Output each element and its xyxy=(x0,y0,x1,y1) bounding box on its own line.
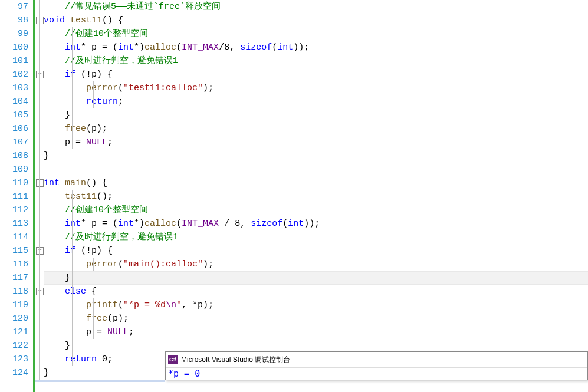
line-number-gutter[interactable]: 9798991001011021031041051061071081091101… xyxy=(0,0,33,392)
line-number[interactable]: 114 xyxy=(0,230,28,244)
console-output[interactable]: *p = 0 xyxy=(166,368,587,380)
code-line[interactable]: if (!p) { xyxy=(44,244,588,258)
code-line[interactable]: printf("*p = %d\n", *p); xyxy=(44,298,588,312)
token: int xyxy=(288,219,304,229)
code-line[interactable]: p = NULL; xyxy=(44,325,588,339)
token xyxy=(44,259,86,269)
token: "main():calloc" xyxy=(123,259,203,269)
line-number[interactable]: 111 xyxy=(0,190,28,203)
token: sizeof xyxy=(240,42,272,52)
code-line[interactable]: } xyxy=(44,149,588,163)
token: //及时进行判空，避免错误1 xyxy=(65,56,178,66)
token: ( xyxy=(118,300,123,310)
code-line[interactable]: perror("test11:calloc"); xyxy=(44,81,588,95)
code-line[interactable]: //创建10个整型空间 xyxy=(44,203,588,217)
token: ; xyxy=(129,327,134,337)
token: } xyxy=(44,273,70,283)
token xyxy=(44,124,65,134)
line-number[interactable]: 113 xyxy=(0,217,28,230)
line-number[interactable]: 100 xyxy=(0,41,28,54)
fold-toggle-icon[interactable]: − xyxy=(36,179,44,187)
line-number[interactable]: 101 xyxy=(0,54,28,68)
fold-toggle-icon[interactable]: − xyxy=(36,17,44,24)
fold-gutter[interactable]: −−−−− xyxy=(35,0,44,392)
code-line[interactable]: } xyxy=(44,271,588,285)
token: void xyxy=(44,15,65,25)
line-number[interactable]: 97 xyxy=(0,0,28,14)
line-number[interactable]: 102 xyxy=(0,68,28,81)
line-number[interactable]: 98 xyxy=(0,14,28,27)
code-line[interactable]: free(p); xyxy=(44,312,588,325)
token: "*p = %d xyxy=(123,300,166,310)
code-line[interactable]: //常见错误5——未通过`free`释放空间 xyxy=(44,0,588,14)
code-line[interactable]: test11(); xyxy=(44,190,588,203)
token: perror xyxy=(86,259,118,269)
token: () { xyxy=(102,15,123,25)
line-number[interactable]: 122 xyxy=(0,339,28,353)
token: else xyxy=(65,286,86,297)
token: int xyxy=(277,42,293,52)
code-line[interactable] xyxy=(44,163,588,176)
line-number[interactable]: 109 xyxy=(0,163,28,176)
token: INT_MAX xyxy=(182,42,219,52)
token xyxy=(44,219,65,229)
code-area[interactable]: //常见错误5——未通过`free`释放空间void test11() { //… xyxy=(44,0,588,392)
debug-console-window[interactable]: C:\ Microsoft Visual Studio 调试控制台 *p = 0 xyxy=(165,351,588,380)
token xyxy=(44,354,65,364)
code-line[interactable]: //创建10个整型空间 xyxy=(44,27,588,41)
fold-toggle-icon[interactable]: − xyxy=(36,71,44,78)
token: if xyxy=(65,70,75,80)
token xyxy=(44,42,65,52)
code-line[interactable]: perror("main():calloc"); xyxy=(44,258,588,271)
token: ; xyxy=(107,137,113,147)
code-line[interactable]: //及时进行判空，避免错误1 xyxy=(44,54,588,68)
code-line[interactable]: return; xyxy=(44,95,588,108)
line-number[interactable]: 110 xyxy=(0,176,28,190)
token: ); xyxy=(203,83,213,93)
line-number[interactable]: 118 xyxy=(0,285,28,298)
line-number[interactable]: 115 xyxy=(0,244,28,258)
line-number[interactable]: 108 xyxy=(0,149,28,163)
token: perror xyxy=(86,83,118,93)
token: { xyxy=(86,286,97,297)
line-number[interactable]: 107 xyxy=(0,136,28,149)
code-line[interactable]: else { xyxy=(44,285,588,298)
line-number[interactable]: 104 xyxy=(0,95,28,108)
indent-guide xyxy=(72,190,73,366)
console-titlebar[interactable]: C:\ Microsoft Visual Studio 调试控制台 xyxy=(166,352,587,368)
line-number[interactable]: 119 xyxy=(0,298,28,312)
code-line[interactable]: if (!p) { xyxy=(44,68,588,81)
code-line[interactable]: p = NULL; xyxy=(44,136,588,149)
code-line[interactable]: void test11() { xyxy=(44,14,588,27)
fold-toggle-icon[interactable]: − xyxy=(36,288,44,295)
console-icon-text: C:\ xyxy=(169,357,176,363)
token xyxy=(44,192,65,202)
fold-toggle-icon[interactable]: − xyxy=(36,247,44,255)
editor-divider xyxy=(35,380,165,382)
token: (); xyxy=(97,192,113,202)
code-line[interactable]: int main() { xyxy=(44,176,588,190)
line-number[interactable]: 124 xyxy=(0,366,28,380)
console-app-icon: C:\ xyxy=(168,355,178,364)
token: ; xyxy=(118,97,123,107)
token: " xyxy=(176,300,182,310)
line-number[interactable]: 105 xyxy=(0,108,28,122)
line-number[interactable]: 120 xyxy=(0,312,28,325)
line-number[interactable]: 103 xyxy=(0,81,28,95)
line-number[interactable]: 106 xyxy=(0,122,28,136)
line-number[interactable]: 117 xyxy=(0,271,28,285)
token: ); xyxy=(203,259,213,269)
code-editor[interactable]: 9798991001011021031041051061071081091101… xyxy=(0,0,588,392)
code-line[interactable]: //及时进行判空，避免错误1 xyxy=(44,230,588,244)
code-line[interactable]: free(p); xyxy=(44,122,588,136)
line-number[interactable]: 121 xyxy=(0,325,28,339)
code-line[interactable]: } xyxy=(44,339,588,353)
line-number[interactable]: 112 xyxy=(0,203,28,217)
token: p = xyxy=(44,137,86,147)
line-number[interactable]: 123 xyxy=(0,353,28,366)
line-number[interactable]: 99 xyxy=(0,27,28,41)
code-line[interactable]: int* p = (int*)calloc(INT_MAX/8, sizeof(… xyxy=(44,41,588,54)
code-line[interactable]: int* p = (int*)calloc(INT_MAX / 8, sizeo… xyxy=(44,217,588,230)
code-line[interactable]: } xyxy=(44,108,588,122)
line-number[interactable]: 116 xyxy=(0,258,28,271)
